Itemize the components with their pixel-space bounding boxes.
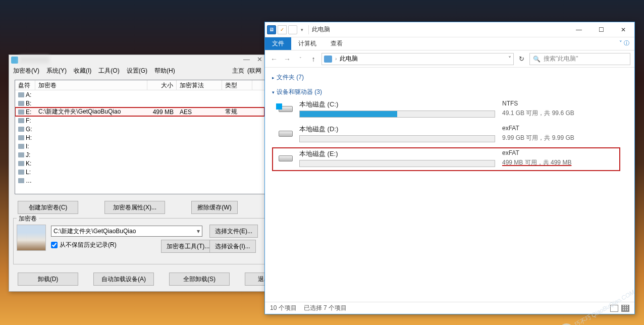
drive-filesystem: exFAT <box>502 149 618 156</box>
menu-favorites[interactable]: 收藏(I) <box>74 67 91 75</box>
close-button[interactable]: ✕ <box>257 56 262 63</box>
combo-value: C:\新建文件夹\GetQiaoBuQiao <box>53 227 136 236</box>
volume-row[interactable]: L: <box>15 168 264 176</box>
volume-row[interactable]: F: <box>15 116 264 125</box>
select-file-button[interactable]: 选择文件(E)... <box>209 225 258 238</box>
folders-label: 文件夹 (7) <box>277 73 304 82</box>
drive-row[interactable]: 本地磁盘 (C:)NTFS49.1 GB 可用，共 99.6 GB <box>272 98 620 123</box>
devices-header[interactable]: ▾ 设备和驱动器 (3) <box>272 86 627 98</box>
menubar: 加密卷(V) 系统(Y) 收藏(I) 工具(O) 设置(G) 帮助(H) 主页 … <box>11 66 263 76</box>
drive-usage-bar <box>299 111 495 118</box>
qat-blank-icon[interactable] <box>288 25 297 34</box>
drive-icon <box>277 151 294 166</box>
volume-combo[interactable]: C:\新建文件夹\GetQiaoBuQiao ▾ <box>51 226 202 237</box>
search-icon: 🔍 <box>533 56 541 63</box>
back-button[interactable]: ← <box>269 54 279 64</box>
drive-name: 本地磁盘 (C:) <box>299 100 497 109</box>
col-algo[interactable]: 加密算法 <box>177 80 222 90</box>
drive-row[interactable]: 本地磁盘 (E:)exFAT499 MB 可用，共 499 MB <box>272 147 620 171</box>
create-volume-button[interactable]: 创建加密卷(C) <box>18 201 78 214</box>
volume-row[interactable]: M: <box>15 176 264 185</box>
chevron-right-icon: › <box>335 56 337 62</box>
drive-info: 本地磁盘 (D:) <box>299 125 497 142</box>
details-view-icon[interactable] <box>610 305 618 312</box>
minimize-button[interactable]: — <box>243 56 250 63</box>
volume-row[interactable]: K: <box>15 159 264 168</box>
title-blur <box>19 56 49 64</box>
drive-row[interactable]: 本地磁盘 (D:)exFAT9.99 GB 可用，共 9.99 GB <box>272 123 620 147</box>
forward-button[interactable]: → <box>282 54 292 64</box>
qat-dropdown-icon[interactable]: ▾ <box>299 27 305 32</box>
volume-row[interactable]: E:C:\新建文件夹\GetQiaoBuQiao499 MBAES常规 <box>15 107 264 116</box>
col-type[interactable]: 类型 <box>222 80 252 90</box>
explorer-titlebar: 🖥 ✓ ▾ 此电脑 — ☐ ✕ <box>265 22 634 37</box>
drive-filesystem: NTFS <box>502 100 618 107</box>
breadcrumb[interactable]: › 此电脑 ˅ <box>321 53 514 65</box>
tab-file[interactable]: 文件 <box>265 37 291 50</box>
volume-properties-button[interactable]: 加密卷属性(X)... <box>104 201 165 214</box>
menu-system[interactable]: 系统(Y) <box>46 67 67 75</box>
volume-row[interactable]: G: <box>15 125 264 133</box>
devices-section: ▾ 设备和驱动器 (3) 本地磁盘 (C:)NTFS49.1 GB 可用，共 9… <box>272 86 627 171</box>
button-row-2: 卸载(D) 自动加载设备(A) 全部卸载(S) 退出(X) <box>18 273 291 286</box>
volume-thumb <box>17 225 46 251</box>
col-volume[interactable]: 加密卷 <box>35 80 147 90</box>
never-history-checkbox[interactable] <box>51 242 58 248</box>
folders-header[interactable]: ▸ 文件夹 (7) <box>272 72 627 83</box>
group-title: 加密卷 <box>17 214 39 223</box>
maximize-button[interactable]: ☐ <box>590 23 612 37</box>
drive-icon <box>277 102 294 116</box>
status-selected: 已选择 7 个项目 <box>304 304 347 312</box>
drive-meta: exFAT9.99 GB 可用，共 9.99 GB <box>502 125 618 142</box>
chevron-down-icon: ▾ <box>272 90 275 95</box>
search-placeholder: 搜索"此电脑" <box>544 55 578 63</box>
never-history-check[interactable]: 从不保留历史记录(R) <box>51 241 117 249</box>
nav-toolbar: ← → ˅ ↑ › 此电脑 ˅ ↻ 🔍 搜索"此电脑" <box>265 50 634 68</box>
ribbon-help-icon[interactable]: ˅ ⓘ <box>614 37 634 50</box>
menu-help[interactable]: 帮助(H) <box>154 67 175 75</box>
drive-usage-bar <box>299 160 495 167</box>
refresh-button[interactable]: ↻ <box>517 55 526 63</box>
dismount-all-button[interactable]: 全部卸载(S) <box>169 273 230 286</box>
select-device-button[interactable]: 选择设备(I)... <box>209 240 256 253</box>
menu-contact[interactable]: (联网 <box>247 67 261 75</box>
window-title: 此电脑 <box>312 25 330 34</box>
app-logo <box>11 57 18 64</box>
volume-row[interactable]: I: <box>15 142 264 150</box>
close-button[interactable]: ✕ <box>612 23 634 37</box>
auto-mount-button[interactable]: 自动加载设备(A) <box>93 273 154 286</box>
col-size[interactable]: 大小 <box>147 80 177 90</box>
volume-row[interactable]: B: <box>15 99 264 107</box>
button-row-1: 创建加密卷(C) 加密卷属性(X)... 擦除缓存(W) <box>18 201 238 214</box>
explorer-content: ▸ 文件夹 (7) ▾ 设备和驱动器 (3) 本地磁盘 (C:)NTFS49.1… <box>265 68 634 178</box>
drive-meta: NTFS49.1 GB 可用，共 99.6 GB <box>502 100 618 118</box>
breadcrumb-dropdown-icon[interactable]: ˅ <box>508 56 511 63</box>
history-dropdown-icon[interactable]: ˅ <box>295 54 305 64</box>
col-letter[interactable]: 盘符 <box>15 80 35 90</box>
volume-list[interactable]: 盘符 加密卷 大小 加密算法 类型 A:B:E:C:\新建文件夹\GetQiao… <box>15 80 265 194</box>
menu-volumes[interactable]: 加密卷(V) <box>13 67 39 75</box>
qat-properties-icon[interactable]: ✓ <box>278 25 287 34</box>
volume-row[interactable]: A: <box>15 90 264 99</box>
icons-view-icon[interactable] <box>621 305 629 312</box>
up-button[interactable]: ↑ <box>308 54 318 64</box>
volume-tools-button[interactable]: 加密卷工具(T)... <box>161 240 215 253</box>
devices-label: 设备和驱动器 (3) <box>277 88 322 96</box>
breadcrumb-text: 此电脑 <box>340 55 358 63</box>
wipe-cache-button[interactable]: 擦除缓存(W) <box>191 201 238 214</box>
menu-tools[interactable]: 工具(O) <box>98 67 119 75</box>
tab-view[interactable]: 查看 <box>324 37 350 50</box>
minimize-button[interactable]: — <box>568 23 590 37</box>
qat-computer-icon[interactable]: 🖥 <box>267 25 276 34</box>
volume-row[interactable]: H: <box>15 133 264 142</box>
search-input[interactable]: 🔍 搜索"此电脑" <box>529 53 630 65</box>
drive-meta: exFAT499 MB 可用，共 499 MB <box>502 149 618 167</box>
menu-settings[interactable]: 设置(G) <box>127 67 147 75</box>
separator <box>308 25 309 34</box>
dismount-button[interactable]: 卸载(D) <box>18 273 78 286</box>
volume-group: 加密卷 C:\新建文件夹\GetQiaoBuQiao ▾ 从不保留历史记录(R)… <box>13 218 265 264</box>
volume-row[interactable]: J: <box>15 150 264 159</box>
tab-computer[interactable]: 计算机 <box>291 37 324 50</box>
computer-icon <box>324 56 332 63</box>
menu-homepage[interactable]: 主页 <box>232 67 244 75</box>
